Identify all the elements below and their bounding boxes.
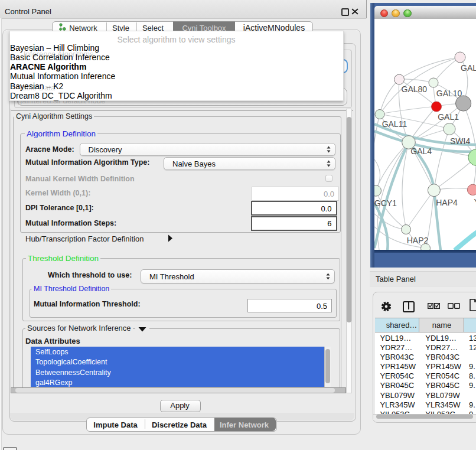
svg-text:HAP2: HAP2 <box>407 236 429 245</box>
svg-text:GAL11: GAL11 <box>382 119 407 129</box>
svg-text:YM: YM <box>474 197 476 206</box>
svg-text:GCY1: GCY1 <box>374 198 397 208</box>
svg-text:GAL4: GAL4 <box>410 146 432 156</box>
svg-text:HAP4: HAP4 <box>436 198 458 207</box>
svg-text:SWI4: SWI4 <box>450 136 470 145</box>
svg-text:GAL80: GAL80 <box>402 84 428 94</box>
svg-text:GAL10: GAL10 <box>436 88 462 97</box>
svg-text:GAL1: GAL1 <box>438 112 459 122</box>
svg-text:GAL7: GAL7 <box>461 63 476 72</box>
